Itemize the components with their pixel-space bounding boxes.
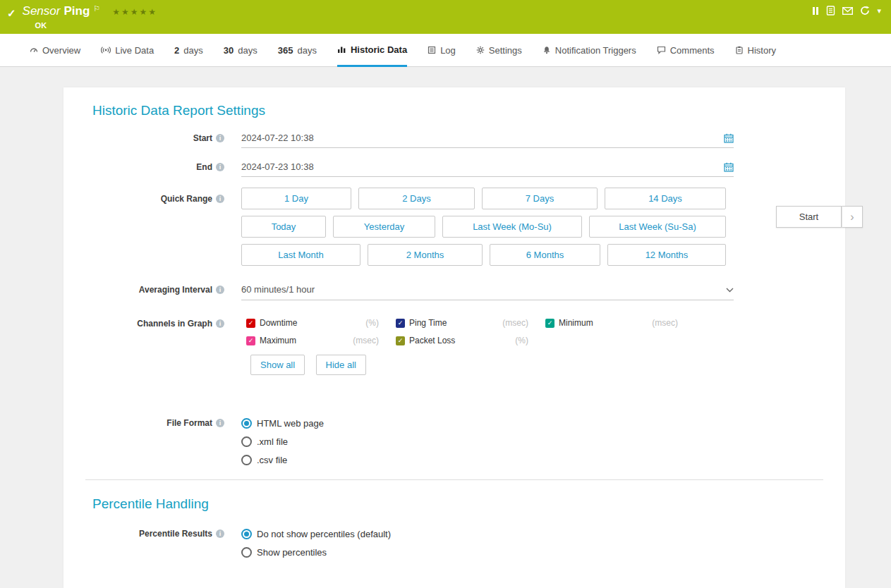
tab-30-days[interactable]: 30 days [224,34,257,66]
sensor-status-badge: OK [35,21,157,30]
quick-range-button[interactable]: 2 Days [358,188,475,209]
calendar-icon[interactable] [724,133,734,143]
tab-comments[interactable]: Comments [657,34,715,66]
radio-icon[interactable] [241,529,252,539]
quick-range-row: Quick Range i 1 Day 2 Days 7 Days 14 Day… [63,188,845,266]
info-icon[interactable]: i [216,319,224,328]
file-format-label: File Format i [63,414,241,429]
chevron-down-icon [726,284,734,295]
radio-label: Do not show percentiles (default) [257,529,391,539]
tab-history[interactable]: History [735,34,776,66]
tab-label: Settings [489,45,522,56]
averaging-interval-value: 60 minutes/1 hour [241,284,315,295]
channel-unit: (msec) [652,318,678,328]
checkbox-icon[interactable]: ✓ [396,336,405,345]
checkbox-icon[interactable]: ✓ [545,319,554,328]
channel-checkbox-minimum[interactable]: ✓ Minimum (msec) [545,318,678,328]
checkbox-icon[interactable]: ✓ [396,319,405,328]
tab-label: Log [440,45,456,56]
hide-all-button[interactable]: Hide all [316,355,366,375]
checkbox-icon[interactable]: ✓ [246,336,255,345]
quick-range-button[interactable]: Last Week (Su-Sa) [589,216,726,238]
start-date-input[interactable]: 2024-07-22 10:38 [241,133,734,148]
quick-range-button[interactable]: Last Month [241,244,360,266]
channel-unit: (msec) [353,336,379,345]
quick-range-button[interactable]: 6 Months [490,244,600,266]
start-report-chevron-icon[interactable]: › [842,206,863,228]
info-icon[interactable]: i [216,134,224,142]
tab-2-days[interactable]: 2 days [174,34,203,66]
tab-settings[interactable]: Settings [476,34,522,66]
tab-label: Live Data [115,45,154,56]
report-icon[interactable] [826,6,835,16]
historic-data-settings-card: Historic Data Report Settings Start i 20… [63,87,845,588]
pause-icon[interactable] [812,7,819,15]
section-divider [85,479,823,480]
show-all-button[interactable]: Show all [250,355,305,375]
flag-icon[interactable]: ⚐ [93,4,100,13]
radio-icon[interactable] [241,436,252,447]
radio-label: .xml file [257,436,288,447]
tab-overview[interactable]: Overview [30,34,80,66]
radio-label: HTML web page [257,418,324,429]
mail-icon[interactable] [842,7,853,15]
priority-stars[interactable]: ★★★★★ [112,7,157,17]
quick-range-button[interactable]: 7 Days [482,188,598,209]
tab-log[interactable]: Log [428,34,456,66]
sensor-name: Ping [63,4,90,18]
refresh-icon[interactable] [860,6,870,16]
tab-number: 365 [278,45,293,56]
header-actions: ▾ [812,0,891,34]
radio-csv-file[interactable]: .csv file [241,451,734,469]
averaging-interval-select[interactable]: 60 minutes/1 hour [241,284,734,300]
info-icon[interactable]: i [216,419,224,427]
channel-checkbox-maximum[interactable]: ✓ Maximum (msec) [246,336,379,345]
radio-icon[interactable] [241,418,252,429]
channel-unit: (%) [515,336,528,345]
history-icon [735,46,744,54]
gear-icon [476,46,485,54]
quick-range-button[interactable]: Last Week (Mo-Su) [442,216,582,238]
tab-label: History [748,45,776,56]
section-title: Historic Data Report Settings [92,103,845,118]
quick-range-button[interactable]: Today [241,216,326,238]
radio-no-percentiles[interactable]: Do not show percentiles (default) [241,525,734,543]
radio-show-percentiles[interactable]: Show percentiles [241,543,734,561]
tab-live-data[interactable]: Live Data [101,34,154,66]
quick-range-button[interactable]: 2 Months [368,244,483,266]
start-report-action: Start › [776,206,863,228]
info-icon[interactable]: i [216,529,224,538]
channels-label: Channels in Graph i [63,318,241,329]
channel-unit: (msec) [502,318,528,328]
radio-icon[interactable] [241,547,252,558]
tab-label: Comments [670,45,715,56]
checkbox-icon[interactable]: ✓ [246,319,255,328]
channel-checkbox-packet-loss[interactable]: ✓ Packet Loss (%) [396,336,528,345]
tab-number: 2 [174,45,179,56]
calendar-icon[interactable] [724,162,734,172]
channel-checkbox-ping-time[interactable]: ✓ Ping Time (msec) [396,318,528,328]
broadcast-icon [101,46,111,54]
start-field-label: Start i [63,133,241,144]
tab-notification-triggers[interactable]: Notification Triggers [543,34,636,66]
radio-html-web-page[interactable]: HTML web page [241,414,734,432]
info-icon[interactable]: i [216,195,224,203]
info-icon[interactable]: i [216,163,224,171]
quick-range-button[interactable]: 12 Months [607,244,726,266]
quick-range-label: Quick Range i [63,188,241,204]
radio-xml-file[interactable]: .xml file [241,432,734,451]
quick-range-button[interactable]: 1 Day [241,188,351,209]
channel-checkbox-downtime[interactable]: ✓ Downtime (%) [246,318,379,328]
quick-range-button[interactable]: Yesterday [333,216,435,238]
info-icon[interactable]: i [216,286,224,294]
quick-range-button[interactable]: 14 Days [605,188,726,209]
tab-historic-data[interactable]: Historic Data [337,34,407,67]
end-field-row: End i 2024-07-23 10:38 [63,161,845,177]
refresh-dropdown-caret-icon[interactable]: ▾ [877,6,881,16]
radio-icon[interactable] [241,455,252,465]
tab-365-days[interactable]: 365 days [278,34,317,66]
start-field-row: Start i 2024-07-22 10:38 [63,133,845,148]
start-report-button[interactable]: Start [776,206,842,228]
end-date-input[interactable]: 2024-07-23 10:38 [241,161,734,177]
percentile-results-label: Percentile Results i [63,525,241,539]
